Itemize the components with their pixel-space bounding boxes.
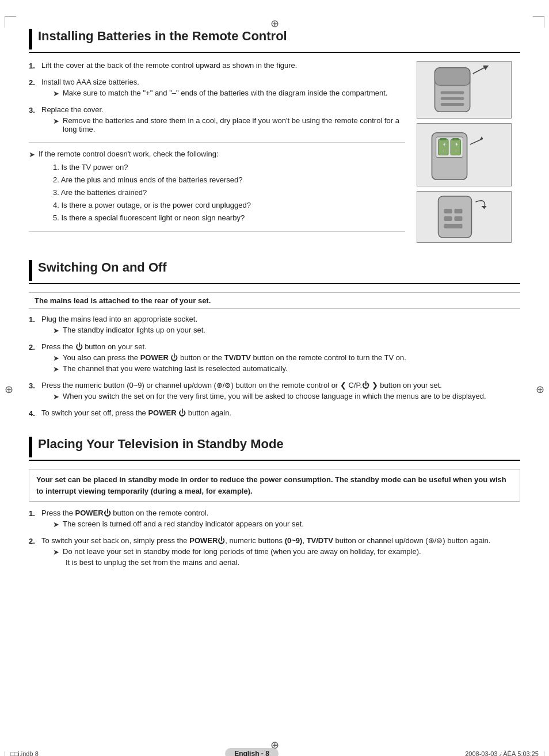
- sb-note-text-1-1: The screen is turned off and a red stand…: [63, 520, 520, 528]
- troubleshoot-list: 1. Is the TV power on? 2. Are the plus a…: [29, 161, 405, 224]
- footer-right: 2008-03-03 ¿ÀÈÄ 5:03:25: [465, 750, 539, 756]
- item-number-3: 3.: [29, 106, 41, 114]
- standby-intro-note: Your set can be placed in standby mode i…: [29, 469, 520, 502]
- svg-text:-: -: [443, 148, 445, 154]
- sb-note-2-1: ➤ Do not leave your set in standby mode …: [41, 547, 520, 556]
- standby-item-1: 1. Press the POWER⏻ button on the remote…: [29, 509, 520, 530]
- troubleshoot-item-1: 1. Is the TV power on?: [53, 161, 405, 174]
- svg-text:+: +: [455, 142, 458, 147]
- section-standby-header: Placing Your Television in Standby Mode: [29, 437, 520, 461]
- sw-text-2: Press the ⏻ button on your set.: [41, 342, 520, 351]
- sw-num-4: 4.: [29, 409, 41, 418]
- sw-num-1: 1.: [29, 315, 41, 324]
- note-arrow-3: ➤: [53, 117, 59, 125]
- sw-text-1: Plug the mains lead into an appropriate …: [41, 315, 520, 323]
- section-standby: Placing Your Television in Standby Mode …: [29, 437, 520, 567]
- svg-text:-: -: [455, 148, 457, 154]
- sw-arrow-2a: ➤: [53, 354, 59, 362]
- svg-rect-20: [444, 209, 452, 213]
- svg-rect-4: [441, 97, 464, 100]
- corner-mark-tr: [533, 16, 544, 28]
- section-batteries: Installing Batteries in the Remote Contr…: [29, 29, 520, 243]
- troubleshoot-item-3: 3. Are the batteries drained?: [53, 186, 405, 199]
- section-switching: Switching On and Off The mains lead is a…: [29, 260, 520, 419]
- note-text-2-1: Make sure to match the "+" and "–" ends …: [63, 89, 405, 97]
- sb-arrow-2a: ➤: [53, 548, 59, 556]
- section-batteries-title: Installing Batteries in the Remote Contr…: [38, 29, 287, 49]
- sw-note-text-2-1: You also can press the POWER ⏻ button or…: [63, 353, 520, 362]
- note-line-2-1: ➤ Make sure to match the "+" and "–" end…: [41, 89, 405, 98]
- troubleshoot-intro-text: If the remote control doesn't work, chec…: [39, 150, 218, 158]
- sb-content-1: Press the POWER⏻ button on the remote co…: [41, 509, 520, 530]
- sw-note-text-1-1: The standby indicator lights up on your …: [63, 326, 520, 334]
- batteries-text: 1. Lift the cover at the back of the rem…: [29, 61, 405, 243]
- sb-content-2: To switch your set back on, simply press…: [41, 536, 520, 567]
- standby-item-2: 2. To switch your set back on, simply pr…: [29, 536, 520, 567]
- battery-image-2: + - + -: [417, 123, 512, 186]
- section-switching-title: Switching On and Off: [38, 260, 167, 281]
- sw-arrow-1: ➤: [53, 326, 59, 335]
- footer-left: □□i.indb 8: [10, 750, 39, 756]
- page-footer: □□i.indb 8 English - 8 2008-03-03 ¿ÀÈÄ 5…: [0, 748, 549, 756]
- svg-rect-1: [435, 68, 470, 86]
- batteries-item-2: 2. Install two AAA size batteries. ➤ Mak…: [29, 78, 405, 100]
- switching-item-1: 1. Plug the mains lead into an appropria…: [29, 315, 520, 337]
- battery-svg-1: [417, 62, 511, 118]
- svg-marker-19: [482, 206, 487, 209]
- sw-arrow-2b: ➤: [53, 365, 59, 373]
- item-content-3: Replace the cover. ➤ Remove the batterie…: [41, 105, 405, 135]
- sb-note-1-1: ➤ The screen is turned off and a red sta…: [41, 520, 520, 529]
- sw-text-4: To switch your set off, press the POWER …: [41, 408, 520, 417]
- section-bar: [29, 29, 32, 49]
- sb-num-2: 2.: [29, 537, 41, 545]
- left-center-mark: ⊕: [5, 383, 13, 396]
- sb-num-1: 1.: [29, 509, 41, 518]
- svg-rect-23: [455, 216, 463, 221]
- svg-rect-13: [452, 138, 459, 140]
- section-bar-2: [29, 260, 32, 281]
- svg-rect-24: [444, 224, 463, 228]
- batteries-item-1: 1. Lift the cover at the back of the rem…: [29, 61, 405, 72]
- svg-line-2: [473, 67, 486, 74]
- batteries-item-3: 3. Replace the cover. ➤ Remove the batte…: [29, 105, 405, 135]
- item-content-1: Lift the cover at the back of the remote…: [41, 61, 405, 72]
- troubleshoot-block: ➤ If the remote control doesn't work, ch…: [29, 150, 405, 224]
- top-center-mark: ⊕: [270, 17, 279, 30]
- page-number-badge: English - 8: [225, 748, 279, 756]
- section-standby-title: Placing Your Television in Standby Mode: [38, 437, 284, 457]
- note-arrow: ➤: [53, 89, 59, 98]
- batteries-images: + - + -: [417, 61, 520, 243]
- switching-item-4: 4. To switch your set off, press the POW…: [29, 408, 520, 419]
- svg-rect-3: [441, 91, 464, 94]
- battery-image-3: [417, 191, 512, 243]
- troubleshoot-intro: ➤ If the remote control doesn't work, ch…: [29, 150, 405, 159]
- svg-rect-9: [440, 138, 447, 140]
- note-line-3-1: ➤ Remove the batteries and store them in…: [41, 116, 405, 133]
- right-center-mark: ⊕: [536, 383, 544, 396]
- item-text-1: Lift the cover at the back of the remote…: [41, 61, 405, 70]
- batteries-content: 1. Lift the cover at the back of the rem…: [29, 61, 520, 243]
- sw-content-3: Press the numeric button (0~9) or channe…: [41, 381, 520, 403]
- sb-note-text-2-1: Do not leave your set in standby mode fo…: [63, 547, 520, 556]
- troubleshoot-arrow: ➤: [29, 150, 35, 159]
- section-bar-3: [29, 437, 32, 457]
- battery-svg-2: + - + -: [417, 124, 511, 186]
- sw-num-3: 3.: [29, 381, 41, 390]
- switching-item-2: 2. Press the ⏻ button on your set. ➤ You…: [29, 342, 520, 375]
- section-batteries-header: Installing Batteries in the Remote Contr…: [29, 29, 520, 53]
- svg-text:+: +: [443, 142, 446, 147]
- sw-note-3-1: ➤ When you switch the set on for the ver…: [41, 392, 520, 401]
- switching-item-3: 3. Press the numeric button (0~9) or cha…: [29, 381, 520, 403]
- corner-mark-tl: [5, 16, 16, 28]
- sw-note-text-3-1: When you switch the set on for the very …: [63, 392, 520, 400]
- sw-text-3: Press the numeric button (0~9) or channe…: [41, 381, 520, 390]
- item-number-2: 2.: [29, 78, 41, 87]
- sw-note-2-2: ➤ The channel that you were watching las…: [41, 364, 520, 373]
- item-number-1: 1.: [29, 62, 41, 70]
- divider-1: [29, 142, 405, 143]
- troubleshoot-item-5: 5. Is there a special fluorescent light …: [53, 212, 405, 224]
- sw-note-text-2-2: The channel that you were watching last …: [63, 364, 520, 373]
- troubleshoot-item-4: 4. Is there a power outage, or is the po…: [53, 199, 405, 212]
- sw-content-1: Plug the mains lead into an appropriate …: [41, 315, 520, 337]
- sw-content-4: To switch your set off, press the POWER …: [41, 408, 520, 419]
